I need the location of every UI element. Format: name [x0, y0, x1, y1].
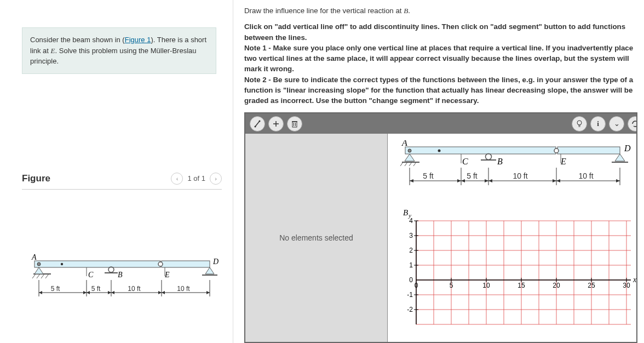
svg-line-10 [32, 274, 36, 278]
lightbulb-icon [576, 120, 583, 128]
svg-marker-86 [488, 179, 492, 182]
svg-point-49 [577, 121, 582, 125]
svg-line-64 [405, 162, 407, 166]
svg-text:B: B [403, 209, 408, 217]
figure-prev-button[interactable]: ‹ [171, 173, 183, 185]
editor-toolbar: i ⌄ [245, 113, 636, 134]
svg-text:20: 20 [553, 282, 560, 289]
svg-text:5: 5 [450, 282, 453, 289]
svg-marker-84 [461, 179, 465, 182]
svg-point-55 [438, 150, 441, 152]
svg-marker-30 [39, 291, 42, 294]
info-icon: i [597, 119, 599, 128]
svg-text:D: D [624, 144, 631, 153]
problem-statement: Consider the beam shown in (Figure 1). T… [22, 27, 216, 74]
svg-marker-82 [410, 179, 413, 182]
svg-text:30: 30 [623, 282, 630, 289]
svg-text:0: 0 [409, 276, 413, 284]
beam-figure: A C B E D 5 ft [22, 250, 222, 310]
svg-marker-88 [556, 179, 560, 182]
instr-line1-pre: Draw the influence line for the vertical… [244, 7, 404, 15]
svg-point-42 [259, 120, 261, 122]
add-vertical-line-button[interactable] [250, 116, 265, 132]
instr-line2: Click on "add vertical line off" to add … [244, 22, 625, 41]
instr-note1: Note 1 - Make sure you place only one ve… [244, 44, 633, 73]
refresh-button[interactable] [628, 116, 637, 132]
plot-beam-diagram: A C B E D 5 ft [395, 140, 636, 202]
svg-marker-85 [485, 179, 488, 182]
graph-editor: i ⌄ No elements selected [244, 112, 637, 343]
svg-text:-2: -2 [407, 306, 413, 313]
svg-marker-89 [616, 179, 620, 182]
svg-text:15: 15 [518, 282, 525, 289]
instr-line1-post: . [408, 7, 410, 15]
figure-title: Figure [22, 173, 50, 184]
svg-text:A: A [401, 140, 407, 147]
svg-text:0: 0 [415, 282, 418, 289]
svg-text:5 ft: 5 ft [423, 172, 434, 180]
svg-rect-53 [557, 147, 620, 154]
svg-text:C: C [462, 157, 468, 166]
svg-point-58 [554, 148, 559, 153]
svg-rect-1 [162, 261, 210, 267]
svg-marker-34 [111, 291, 114, 294]
svg-rect-0 [34, 261, 160, 267]
svg-marker-59 [615, 154, 625, 161]
svg-text:10: 10 [482, 282, 490, 289]
figure-next-button[interactable]: › [210, 173, 222, 185]
svg-line-11 [37, 274, 40, 278]
svg-text:5 ft: 5 ft [91, 285, 100, 293]
svg-marker-87 [553, 179, 556, 182]
left-pane: Consider the beam shown in (Figure 1). T… [0, 0, 233, 343]
delete-button[interactable] [287, 116, 302, 132]
svg-marker-37 [206, 291, 210, 294]
no-selection-text: No elements selected [279, 233, 353, 242]
svg-marker-14 [34, 267, 43, 274]
selection-panel: No elements selected [245, 134, 388, 342]
influence-line-chart[interactable]: B y [395, 209, 636, 342]
hint-button[interactable] [572, 116, 587, 132]
figure-counter: 1 of 1 [187, 174, 205, 182]
info-button[interactable]: i [590, 116, 606, 132]
add-segment-button[interactable] [268, 116, 284, 132]
refresh-icon [631, 120, 637, 128]
instructions: Draw the influence line for the vertical… [244, 5, 637, 106]
svg-text:5 ft: 5 ft [50, 285, 60, 293]
svg-line-13 [45, 274, 49, 278]
figure-section: Figure ‹ 1 of 1 › [0, 173, 233, 310]
svg-text:3: 3 [409, 232, 413, 239]
svg-text:10 ft: 10 ft [128, 285, 141, 293]
svg-point-6 [158, 262, 163, 266]
svg-line-12 [41, 274, 44, 278]
dropdown-button[interactable]: ⌄ [609, 116, 624, 132]
svg-line-40 [255, 121, 260, 127]
svg-point-2 [37, 262, 41, 266]
svg-marker-32 [87, 291, 90, 294]
chevron-down-icon: ⌄ [614, 119, 620, 128]
problem-text-1: Consider the beam shown in ( [30, 36, 125, 44]
svg-marker-61 [405, 154, 415, 161]
svg-text:2: 2 [409, 247, 413, 254]
svg-text:B: B [497, 157, 503, 166]
svg-text:x: x [633, 276, 636, 284]
plot-area[interactable]: A C B E D 5 ft [388, 134, 636, 342]
figure-nav: ‹ 1 of 1 › [171, 173, 222, 185]
svg-marker-33 [108, 291, 111, 294]
svg-text:4: 4 [409, 217, 413, 225]
svg-text:5 ft: 5 ft [467, 172, 478, 180]
svg-text:10 ft: 10 ft [177, 285, 190, 293]
right-pane: Draw the influence line for the vertical… [233, 0, 644, 343]
svg-point-56 [486, 154, 492, 160]
svg-point-3 [60, 262, 62, 265]
problem-text-3: . Solve this problem using the Müller-Br… [30, 47, 196, 66]
svg-line-65 [409, 162, 412, 166]
problem-var-E: E [51, 47, 55, 55]
svg-marker-36 [162, 291, 165, 294]
svg-text:10 ft: 10 ft [578, 172, 593, 180]
svg-rect-45 [292, 122, 297, 127]
svg-text:1: 1 [409, 261, 413, 269]
figure-link[interactable]: Figure 1 [125, 36, 151, 44]
instr-note2: Note 2 - Be sure to indicate the correct… [244, 76, 633, 105]
svg-marker-7 [205, 267, 214, 274]
svg-marker-31 [83, 291, 87, 294]
